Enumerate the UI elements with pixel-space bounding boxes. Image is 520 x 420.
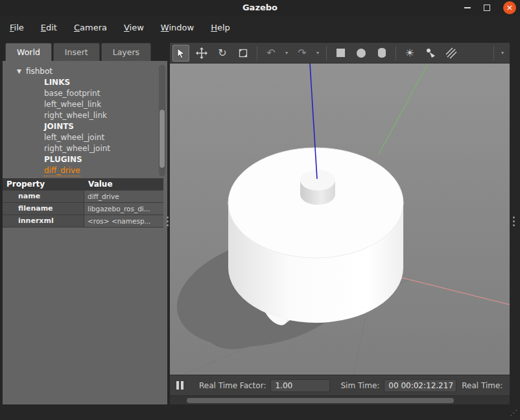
property-table-header: Property Value <box>3 178 163 191</box>
real-time-label: Real Time: <box>462 381 502 390</box>
world-tree-panel: ▼fishbot LINKS base_footprint left_wheel… <box>3 61 167 404</box>
directional-light-button[interactable] <box>443 45 460 62</box>
toolbar-separator <box>326 46 327 60</box>
render-viewport: ↻ ↶ ▾ ↷ ▾ ☀ ▾ <box>170 43 510 404</box>
undo-icon: ↶ <box>266 48 275 58</box>
sim-time-field[interactable]: 00 00:02:12.217 <box>384 379 456 392</box>
expander-triangle-icon[interactable]: ▼ <box>17 66 21 77</box>
toolbar-overflow-dropdown[interactable]: ▾ <box>499 50 506 56</box>
horizontal-scrollbar-thumb[interactable] <box>187 398 454 403</box>
tree-item-left-wheel-link[interactable]: left_wheel_link <box>3 99 157 110</box>
tree-item-right-wheel-link[interactable]: right_wheel_link <box>3 110 157 121</box>
directional-light-icon <box>445 47 457 59</box>
render-toolbar: ↻ ↶ ▾ ↷ ▾ ☀ ▾ <box>170 43 510 64</box>
cylinder-icon <box>378 48 386 58</box>
tree-item-diff-drive[interactable]: diff_drive <box>3 165 157 176</box>
tree-item-right-wheel-joint[interactable]: right_wheel_joint <box>3 143 157 154</box>
menu-edit[interactable]: Edit <box>32 16 65 40</box>
point-light-button[interactable]: ☀ <box>401 45 418 62</box>
insert-sphere-button[interactable] <box>353 45 370 62</box>
undo-history-dropdown[interactable]: ▾ <box>283 50 290 56</box>
menu-help[interactable]: Help <box>202 16 239 40</box>
right-splitter-handle[interactable] <box>512 216 515 226</box>
menu-camera[interactable]: Camera <box>65 16 115 40</box>
window-title: Gazebo <box>0 0 520 16</box>
panel-tabs: World Insert Layers <box>5 43 151 61</box>
scale-icon <box>237 47 249 59</box>
point-light-icon: ☀ <box>405 48 414 58</box>
translate-icon <box>196 47 207 59</box>
table-row[interactable]: name diff_drive <box>3 191 163 203</box>
menu-view[interactable]: View <box>115 16 152 40</box>
real-time-factor-field[interactable]: 1.00 <box>270 379 330 392</box>
tab-insert[interactable]: Insert <box>53 43 100 61</box>
insert-box-button[interactable] <box>332 45 349 62</box>
rotate-icon: ↻ <box>218 48 226 58</box>
spot-light-icon <box>425 47 436 59</box>
viewport-horizontal-scrollbar[interactable] <box>170 395 510 404</box>
tree-item-fishbot[interactable]: ▼fishbot <box>3 66 157 77</box>
tab-layers[interactable]: Layers <box>101 43 151 61</box>
close-button[interactable]: × <box>503 1 516 14</box>
tree-scrollbar[interactable] <box>159 65 165 176</box>
maximize-button[interactable] <box>484 5 490 11</box>
select-tool-button[interactable] <box>172 45 189 62</box>
prop-innerxml: innerxml <box>3 215 84 228</box>
menu-window[interactable]: Window <box>152 16 202 40</box>
menu-bar: File Edit Camera View Window Help <box>0 16 520 40</box>
model-tree: ▼fishbot LINKS base_footprint left_wheel… <box>3 66 157 176</box>
insert-cylinder-button[interactable] <box>373 45 390 62</box>
title-bar: Gazebo × <box>0 0 520 16</box>
redo-button[interactable]: ↷ <box>294 45 311 62</box>
pause-button[interactable] <box>176 381 183 390</box>
3d-scene[interactable] <box>170 64 510 375</box>
prop-filename-value: libgazebo_ros_di... <box>84 203 163 215</box>
prop-name-value: diff_drive <box>84 191 163 203</box>
translate-tool-button[interactable] <box>193 45 210 62</box>
prop-name: name <box>3 191 84 203</box>
toolbar-separator <box>257 46 257 60</box>
window-resize-grip[interactable]: ⋰ <box>510 408 517 417</box>
tree-scrollbar-thumb[interactable] <box>159 109 165 169</box>
real-time-factor-label: Real Time Factor: <box>199 381 266 390</box>
panel-splitter-handle[interactable] <box>166 216 169 226</box>
header-value: Value <box>84 178 163 191</box>
table-row[interactable]: filename libgazebo_ros_di... <box>3 203 163 215</box>
redo-history-dropdown[interactable]: ▾ <box>314 50 321 56</box>
sphere-icon <box>357 49 366 58</box>
simulation-status-bar: Real Time Factor: 1.00 Sim Time: 00 00:0… <box>170 375 510 395</box>
property-table: Property Value name diff_drive filename … <box>3 178 163 228</box>
select-arrow-icon <box>175 47 187 59</box>
toolbar-separator <box>493 46 494 60</box>
lidar-cylinder-top <box>300 170 335 191</box>
toolbar-separator <box>396 46 396 60</box>
prop-innerxml-value: <ros> <namesp... <box>84 215 163 228</box>
menu-file[interactable]: File <box>1 16 32 40</box>
scale-tool-button[interactable] <box>235 45 252 62</box>
prop-filename: filename <box>3 203 84 215</box>
tree-section-links[interactable]: LINKS <box>3 77 157 88</box>
tree-item-base-footprint[interactable]: base_footprint <box>3 88 157 99</box>
table-row[interactable]: innerxml <ros> <namesp... <box>3 215 163 228</box>
rotate-tool-button[interactable]: ↻ <box>214 45 231 62</box>
tree-section-plugins[interactable]: PLUGINS <box>3 154 157 165</box>
header-property: Property <box>3 178 84 191</box>
tab-world[interactable]: World <box>5 43 52 61</box>
spot-light-button[interactable] <box>422 45 439 62</box>
redo-icon: ↷ <box>298 48 306 58</box>
box-icon <box>337 49 345 57</box>
tree-section-joints[interactable]: JOINTS <box>3 121 157 132</box>
sim-time-label: Sim Time: <box>340 381 379 390</box>
world-panel: World Insert Layers ▼fishbot LINKS base_… <box>3 43 167 404</box>
minimize-button[interactable] <box>464 7 471 8</box>
tree-item-left-wheel-joint[interactable]: left_wheel_joint <box>3 132 157 143</box>
undo-button[interactable]: ↶ <box>263 45 279 62</box>
